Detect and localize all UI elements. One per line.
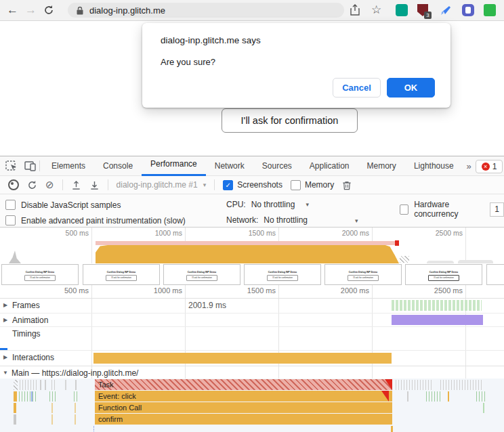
activity-ticks <box>20 380 37 390</box>
session-select[interactable]: dialog-inp.glitch.me #1 <box>117 180 198 190</box>
screenshot-thumbnail[interactable]: Confirm Dialog INP DemoI'll ask for conf… <box>324 264 402 285</box>
bookmark-star-icon[interactable]: ☆ <box>371 3 381 17</box>
activity-tick <box>75 403 76 413</box>
screenshot-thumbnail[interactable]: Confirm Dialog INP DemoI'll ask for conf… <box>1 264 79 285</box>
timeline-overview[interactable]: 500 ms 1000 ms 1500 ms 2000 ms 2500 ms <box>0 228 504 264</box>
overview-tick: 1500 ms <box>228 229 276 237</box>
activity-tick <box>14 403 16 413</box>
activity-tick <box>448 391 449 402</box>
tab-sources[interactable]: Sources <box>253 157 301 175</box>
expand-icon[interactable]: ▶ <box>3 354 7 360</box>
activity-tick <box>391 426 393 432</box>
interactions-track[interactable]: ▶ Interactions <box>0 350 504 366</box>
extension-icon-teal[interactable] <box>396 4 408 16</box>
ruler-tick: 500 ms <box>41 286 89 295</box>
forward-icon[interactable]: → <box>25 0 37 20</box>
network-activity-bar <box>96 241 398 245</box>
event-click-bar[interactable]: Event: click <box>95 391 392 402</box>
extension-icon-jet[interactable] <box>440 5 452 16</box>
frames-bar[interactable] <box>392 300 482 311</box>
reload-icon[interactable] <box>43 5 54 16</box>
cpu-caret-icon[interactable]: ▾ <box>306 201 309 208</box>
task-bar[interactable]: Task <box>95 379 392 390</box>
cpu-spike <box>9 251 21 263</box>
extension-icon-indigo[interactable] <box>462 4 474 16</box>
memory-label: Memory <box>305 180 334 190</box>
activity-ticks <box>49 391 56 402</box>
main-thread-track-header[interactable]: ▼ Main — https://dialog-inp.glitch.me/ <box>0 366 504 379</box>
screenshot-thumbnail[interactable] <box>486 264 504 285</box>
main-thread-flamechart[interactable]: Task Event: click <box>0 379 504 432</box>
timings-track[interactable]: Timings <box>0 326 504 351</box>
confirm-bar[interactable]: confirm <box>95 414 392 425</box>
memory-checkbox[interactable] <box>291 180 301 190</box>
screenshot-thumbnail[interactable]: Confirm Dialog INP DemoI'll ask for conf… <box>83 264 160 285</box>
overview-tick: 1000 ms <box>135 229 182 237</box>
inspect-element-icon[interactable] <box>5 160 18 171</box>
time-ruler: 500 ms 1000 ms 1500 ms 2000 ms 2500 ms <box>0 285 504 299</box>
expand-icon[interactable]: ▶ <box>3 317 7 323</box>
animation-bar[interactable] <box>392 315 483 325</box>
animation-track[interactable]: ▶ Animation <box>0 313 504 327</box>
address-bar[interactable]: dialog-inp.glitch.me <box>68 3 344 18</box>
extension-icon-shield[interactable]: 3 <box>417 4 429 16</box>
main-thread-label: Main — https://dialog-inp.glitch.me/ <box>12 368 138 378</box>
tab-network[interactable]: Network <box>206 157 253 175</box>
error-count: 1 <box>492 162 497 171</box>
cpu-throttle-select[interactable]: No throttling <box>251 200 295 209</box>
ok-button[interactable]: OK <box>387 78 435 98</box>
session-caret-icon[interactable]: ▾ <box>203 181 207 188</box>
lock-icon <box>76 6 84 15</box>
animation-label: Animation <box>12 316 48 325</box>
tab-application[interactable]: Application <box>301 157 358 175</box>
javascript-alert-dialog: dialog-inp.glitch.me says Are you sure? … <box>142 23 450 108</box>
trash-icon[interactable] <box>342 180 352 190</box>
ask-confirmation-button[interactable]: I'll ask for confirmation <box>222 108 358 133</box>
network-throttle-select[interactable]: No throttling <box>264 215 308 225</box>
screenshot-filmstrip[interactable]: Confirm Dialog INP DemoI'll ask for conf… <box>0 263 504 285</box>
screenshot-thumbnail[interactable]: Confirm Dialog INP DemoI'll ask for conf… <box>405 264 482 285</box>
activity-tick <box>407 391 408 402</box>
selection-marker <box>93 426 96 432</box>
screenshot-thumbnail[interactable]: Confirm Dialog INP DemoI'll ask for conf… <box>163 264 240 285</box>
interaction-bar[interactable] <box>93 353 392 364</box>
screenshots-checkbox[interactable]: ✓ <box>223 180 233 190</box>
disable-js-checkbox[interactable] <box>5 200 16 210</box>
back-icon[interactable]: ← <box>7 0 18 20</box>
tab-memory[interactable]: Memory <box>358 157 405 175</box>
tab-performance[interactable]: Performance <box>142 156 206 176</box>
activity-tick <box>51 403 53 413</box>
extension-icon-green[interactable] <box>484 4 496 16</box>
save-profile-icon[interactable] <box>89 180 100 190</box>
activity-ticks <box>51 380 56 390</box>
expand-icon[interactable]: ▶ <box>3 302 7 308</box>
url-text: dialog-inp.glitch.me <box>89 5 165 16</box>
ruler-tick: 1500 ms <box>228 286 276 295</box>
record-button[interactable] <box>8 179 19 190</box>
clear-icon[interactable]: ⊘ <box>45 179 54 191</box>
paint-instrumentation-checkbox[interactable] <box>5 215 16 225</box>
reload-record-icon[interactable] <box>27 180 37 190</box>
frames-track[interactable]: ▶ Frames 2001.9 ms <box>0 298 504 314</box>
cpu-activity-area <box>96 245 399 263</box>
long-task-marker <box>395 240 399 246</box>
cancel-button[interactable]: Cancel <box>333 78 381 98</box>
network-caret-icon[interactable]: ▾ <box>355 217 358 224</box>
screenshot-thumbnail[interactable]: Confirm Dialog INP DemoI'll ask for conf… <box>244 264 321 285</box>
load-profile-icon[interactable] <box>71 180 81 190</box>
tab-console[interactable]: Console <box>94 157 142 175</box>
activity-ticks <box>74 391 78 402</box>
device-toolbar-icon[interactable] <box>24 160 37 171</box>
hardware-concurrency-input[interactable]: 1 <box>490 202 504 217</box>
tab-elements[interactable]: Elements <box>43 157 94 175</box>
interaction-marker <box>31 391 33 402</box>
function-call-bar[interactable]: Function Call <box>95 402 392 413</box>
hardware-concurrency-checkbox[interactable] <box>400 204 408 215</box>
share-icon[interactable] <box>350 4 360 16</box>
activity-ticks <box>426 391 442 402</box>
more-tabs-icon[interactable]: » <box>463 161 476 171</box>
tab-lighthouse[interactable]: Lighthouse <box>405 157 463 175</box>
collapse-icon[interactable]: ▼ <box>3 370 8 376</box>
error-badge[interactable]: × 1 <box>476 160 503 173</box>
activity-tick <box>14 380 18 390</box>
